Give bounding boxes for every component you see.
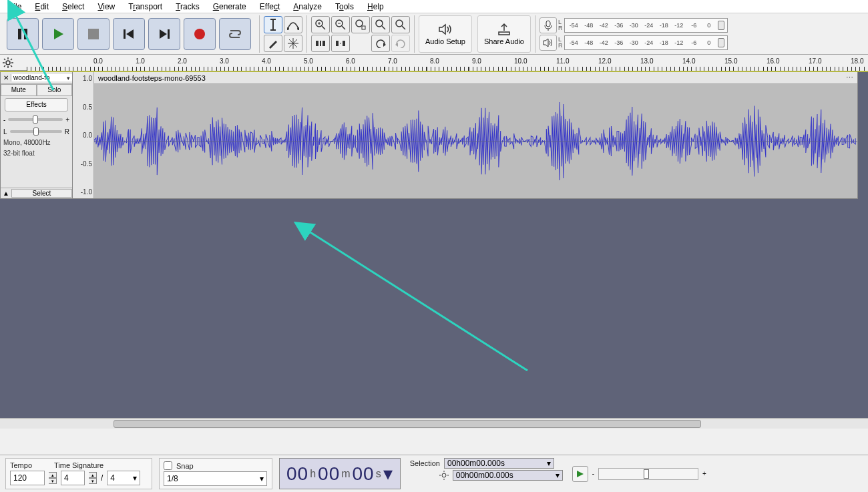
- clip-menu-button[interactable]: ⋯: [846, 73, 853, 82]
- snap-group: Snap 1/8▾: [159, 458, 272, 489]
- menu-analyze[interactable]: Analyze: [287, 1, 328, 12]
- skip-end-button[interactable]: [148, 18, 180, 50]
- timesig-num-spinner[interactable]: ▴▾: [89, 472, 97, 484]
- menu-file[interactable]: File: [3, 1, 27, 12]
- clip-header[interactable]: woodland-footsteps-mono-69553 ⋯: [94, 72, 857, 84]
- svg-point-12: [287, 27, 289, 30]
- svg-line-30: [402, 26, 405, 29]
- rec-level-slider[interactable]: [718, 21, 724, 30]
- play-button[interactable]: [42, 18, 74, 50]
- menu-tools[interactable]: Tools: [329, 1, 360, 12]
- play-level-slider[interactable]: [718, 38, 724, 47]
- playback-speed-slider[interactable]: [598, 468, 698, 480]
- selection-end-input[interactable]: 00h00m00.000s▾: [453, 470, 563, 481]
- time-ruler[interactable]: 0.01.02.03.04.05.06.07.08.09.010.011.012…: [27, 55, 868, 71]
- audio-track: ✕ woodland-fo Mute Solo Effects - + L R …: [0, 72, 858, 199]
- microphone-icon: [544, 20, 553, 31]
- menu-transport[interactable]: Transport: [122, 1, 168, 12]
- track-select-button[interactable]: Select: [11, 189, 72, 198]
- snap-value-combo[interactable]: 1/8▾: [164, 471, 267, 486]
- mute-button[interactable]: Mute: [1, 84, 37, 96]
- tempo-input[interactable]: 120: [10, 471, 45, 485]
- gear-small-icon[interactable]: [439, 471, 449, 480]
- upload-icon: [496, 23, 512, 36]
- track-name-dropdown[interactable]: woodland-fo: [11, 74, 72, 81]
- svg-rect-32: [320, 41, 321, 46]
- ruler-row: 0.01.02.03.04.05.06.07.08.09.010.011.012…: [0, 55, 868, 71]
- menu-tracks[interactable]: Tracks: [170, 1, 206, 12]
- silence-button[interactable]: [331, 35, 350, 52]
- trim-button[interactable]: [311, 35, 330, 52]
- undo-button[interactable]: [371, 35, 390, 52]
- playback-meter[interactable]: -54 -48 -42 -36 -30 -24 -18 -12 -6 0: [564, 35, 728, 50]
- rec-lr-label: LR: [558, 19, 563, 31]
- snap-checkbox[interactable]: [164, 461, 172, 470]
- snap-label: Snap: [176, 462, 194, 470]
- solo-button[interactable]: Solo: [37, 84, 73, 96]
- pan-slider-row: L R: [1, 126, 72, 138]
- svg-line-19: [322, 26, 325, 29]
- audio-setup-button[interactable]: Audio Setup: [419, 15, 472, 53]
- record-button[interactable]: [184, 18, 216, 50]
- track-format-line1: Mono, 48000Hz: [1, 138, 72, 148]
- menu-help[interactable]: Help: [361, 1, 390, 12]
- redo-button[interactable]: [391, 35, 410, 52]
- svg-point-44: [6, 61, 10, 65]
- menu-generate[interactable]: Generate: [207, 1, 252, 12]
- pan-slider[interactable]: [10, 130, 62, 133]
- draw-tool[interactable]: [264, 35, 282, 52]
- multi-tool[interactable]: [284, 35, 302, 52]
- toolbar: Audio Setup Share Audio LR -54 -48 -42 -…: [0, 13, 868, 55]
- gain-slider[interactable]: [8, 118, 63, 121]
- pause-button[interactable]: [7, 18, 39, 50]
- svg-marker-58: [577, 471, 584, 477]
- tempo-spinner[interactable]: ▴▾: [49, 472, 57, 484]
- zoom-in-button[interactable]: [311, 16, 330, 33]
- timesig-num-input[interactable]: 4: [61, 471, 85, 485]
- svg-rect-1: [24, 29, 27, 39]
- share-audio-label: Share Audio: [484, 37, 524, 45]
- svg-rect-26: [362, 26, 365, 29]
- play-at-speed-button[interactable]: [572, 466, 588, 482]
- record-meter[interactable]: -54 -48 -42 -36 -30 -24 -18 -12 -6 0: [564, 18, 728, 33]
- svg-rect-4: [124, 29, 126, 39]
- speaker-icon: [437, 23, 453, 36]
- svg-point-8: [194, 29, 205, 39]
- selection-tool[interactable]: [264, 16, 282, 33]
- record-meter-button[interactable]: [539, 17, 557, 33]
- waveform-area[interactable]: woodland-footsteps-mono-69553 ⋯: [94, 72, 857, 198]
- gain-slider-row: - +: [1, 113, 72, 126]
- fit-selection-button[interactable]: [351, 16, 370, 33]
- timeline-settings-button[interactable]: [0, 55, 27, 71]
- effects-button[interactable]: Effects: [5, 98, 68, 111]
- svg-line-50: [11, 65, 12, 67]
- timesig-label: Time Signature: [54, 461, 103, 469]
- horizontal-scrollbar[interactable]: [0, 418, 868, 429]
- time-position-display[interactable]: 00h 00m 00s▾: [279, 458, 401, 489]
- svg-rect-3: [88, 29, 99, 39]
- svg-line-28: [382, 26, 385, 29]
- svg-point-13: [297, 27, 299, 30]
- edit-tools-group: [261, 13, 305, 55]
- svg-rect-31: [316, 41, 318, 46]
- zoom-toggle-button[interactable]: [391, 16, 410, 33]
- zoom-out-button[interactable]: [331, 16, 350, 33]
- meters-group: LR -54 -48 -42 -36 -30 -24 -18 -12 -6 0 …: [537, 15, 730, 53]
- loop-button[interactable]: [219, 18, 251, 50]
- timesig-den-combo[interactable]: 4▾: [107, 471, 140, 485]
- stop-button[interactable]: [77, 18, 110, 50]
- fit-project-button[interactable]: [371, 16, 390, 33]
- share-audio-button[interactable]: Share Audio: [477, 15, 531, 53]
- play-meter-button[interactable]: [539, 35, 557, 51]
- menu-select[interactable]: Select: [56, 1, 90, 12]
- selection-label: Selection: [410, 459, 440, 467]
- menu-effect[interactable]: Effect: [254, 1, 286, 12]
- track-collapse-button[interactable]: ▲: [1, 190, 11, 197]
- envelope-tool[interactable]: [284, 16, 302, 33]
- menu-edit[interactable]: Edit: [29, 1, 55, 12]
- track-control-panel: ✕ woodland-fo Mute Solo Effects - + L R …: [1, 72, 73, 198]
- menu-view[interactable]: View: [91, 1, 121, 12]
- selection-start-input[interactable]: 00h00m00.000s▾: [444, 458, 554, 469]
- track-close-button[interactable]: ✕: [1, 74, 11, 81]
- skip-start-button[interactable]: [113, 18, 145, 50]
